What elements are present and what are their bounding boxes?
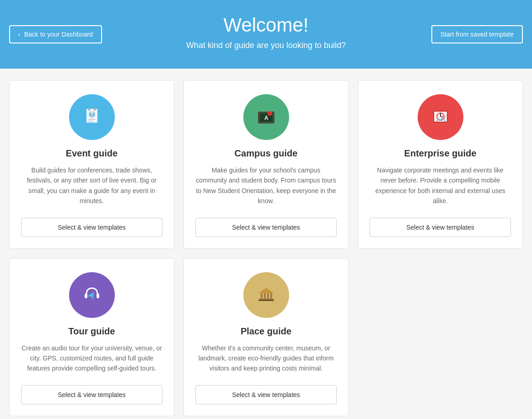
event-guide-icon: [69, 94, 115, 140]
campus-guide-icon: A: [243, 94, 289, 140]
event-guide-title: Event guide: [66, 148, 118, 159]
place-guide-select-button[interactable]: Select & view templates: [195, 385, 337, 404]
back-to-dashboard-button[interactable]: ‹ Back to your Dashboard: [9, 25, 102, 43]
svg-rect-7: [88, 119, 96, 120]
place-guide-description: Whether it's a community center, museum,…: [195, 343, 337, 374]
svg-text:A: A: [264, 115, 268, 121]
svg-point-23: [253, 281, 280, 309]
svg-rect-21: [97, 294, 99, 298]
campus-guide-description: Make guides for your school's campus com…: [195, 165, 337, 206]
bottom-cards-grid: Tour guide Create an audio tour for your…: [9, 258, 523, 416]
tour-guide-title: Tour guide: [69, 326, 115, 337]
top-cards-grid: Event guide Build guides for conferences…: [9, 80, 523, 249]
enterprise-guide-title: Enterprise guide: [404, 148, 477, 159]
svg-rect-28: [267, 293, 269, 300]
tour-guide-card: Tour guide Create an audio tour for your…: [9, 258, 174, 416]
start-from-saved-template-button[interactable]: Start from saved template: [431, 25, 523, 43]
event-guide-description: Build guides for conferences, trade show…: [21, 165, 162, 206]
event-guide-card: Event guide Build guides for conferences…: [9, 80, 174, 249]
svg-rect-29: [270, 293, 272, 300]
svg-rect-27: [264, 293, 266, 300]
chevron-left-icon: ‹: [18, 31, 21, 38]
page-header: ‹ Back to your Dashboard Welcome! What k…: [0, 0, 532, 69]
enterprise-guide-select-button[interactable]: Select & view templates: [370, 218, 511, 237]
back-button-label: Back to your Dashboard: [24, 31, 93, 38]
svg-rect-25: [258, 300, 274, 301]
enterprise-guide-icon: [418, 94, 463, 140]
campus-guide-select-button[interactable]: Select & view templates: [195, 218, 337, 237]
tour-guide-icon: [69, 272, 115, 318]
place-guide-title: Place guide: [241, 326, 291, 337]
svg-rect-8: [88, 121, 93, 122]
svg-rect-6: [90, 115, 94, 117]
page-title: Welcome!: [224, 14, 309, 36]
svg-rect-3: [94, 108, 96, 111]
enterprise-guide-description: Navigate corporate meetings and events l…: [370, 165, 511, 206]
tour-guide-description: Create an audio tour for your university…: [21, 343, 162, 374]
campus-guide-title: Campus guide: [235, 148, 298, 159]
start-template-label: Start from saved template: [441, 31, 514, 38]
svg-point-5: [91, 111, 93, 114]
tour-guide-select-button[interactable]: Select & view templates: [21, 385, 162, 404]
place-guide-icon: [243, 272, 289, 318]
svg-rect-20: [85, 294, 87, 298]
svg-rect-2: [88, 108, 90, 111]
svg-rect-26: [261, 293, 263, 300]
page-subtitle: What kind of guide are you looking to bu…: [186, 41, 346, 50]
enterprise-guide-card: Enterprise guide Navigate corporate meet…: [358, 80, 523, 249]
event-guide-select-button[interactable]: Select & view templates: [21, 218, 162, 237]
main-content: Event guide Build guides for conferences…: [0, 69, 532, 419]
place-guide-card: Place guide Whether it's a community cen…: [183, 258, 349, 416]
campus-guide-card: A Campus guide Make guides for your scho…: [183, 80, 349, 249]
